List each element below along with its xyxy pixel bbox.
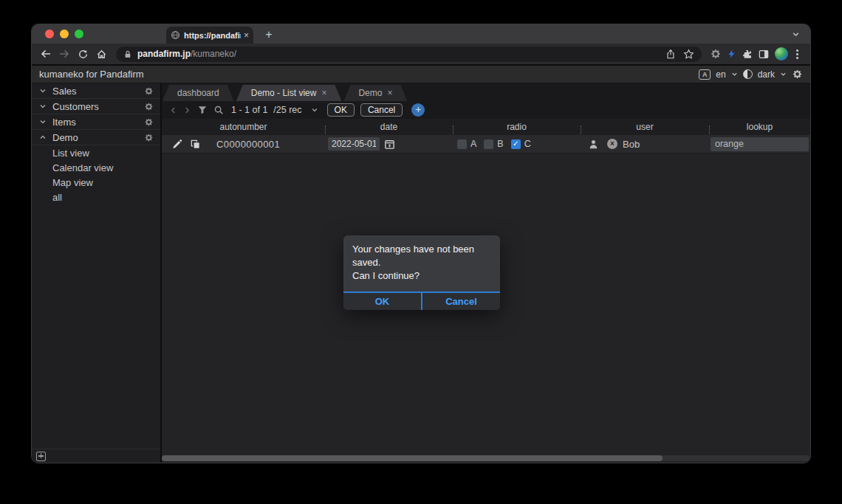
- edit-pencil-icon[interactable]: [171, 139, 182, 150]
- chevron-down-icon: [38, 118, 47, 125]
- lock-icon[interactable]: [123, 49, 132, 59]
- cancel-button[interactable]: Cancel: [360, 103, 403, 117]
- tab-close-icon[interactable]: ×: [321, 85, 326, 101]
- column-header-date[interactable]: date: [325, 122, 453, 132]
- autonumber-value: C0000000001: [216, 139, 280, 150]
- profile-avatar[interactable]: [775, 47, 788, 61]
- sidebar-item-items[interactable]: Items: [32, 114, 160, 130]
- browser-tab-strip: https://pandafirm.jp/kumaneko × +: [32, 24, 810, 44]
- sidebar-item-customers[interactable]: Customers: [32, 99, 160, 114]
- dialog-message-line2: Can I continue?: [352, 269, 491, 283]
- dialog-cancel-button[interactable]: Cancel: [422, 293, 500, 310]
- tab-close-icon[interactable]: ×: [244, 30, 249, 41]
- scrollbar-thumb[interactable]: [162, 455, 663, 461]
- browser-toolbar: pandafirm.jp/kumaneko/: [32, 44, 810, 64]
- column-header-lookup[interactable]: lookup: [709, 122, 810, 132]
- dialog-footer: OK Cancel: [343, 291, 500, 310]
- horizontal-scrollbar[interactable]: [162, 455, 810, 461]
- sidebar-item-sales[interactable]: Sales: [32, 83, 160, 99]
- theme-chevron-icon[interactable]: [780, 71, 787, 77]
- back-icon[interactable]: [39, 48, 52, 60]
- app-title: kumaneko for Pandafirm: [39, 69, 144, 80]
- gear-icon[interactable]: [144, 102, 154, 111]
- user-name: Bob: [623, 139, 640, 150]
- chevron-down-icon: [38, 103, 47, 110]
- dialog-message-line1: Your changes have not been saved.: [352, 243, 491, 269]
- zoom-window-button[interactable]: [75, 30, 83, 38]
- checkbox-a[interactable]: [457, 139, 467, 149]
- share-icon[interactable]: [665, 49, 676, 60]
- user-icon: [588, 139, 599, 150]
- address-bar[interactable]: pandafirm.jp/kumaneko/: [116, 46, 702, 62]
- sidebar-item-calendar-view[interactable]: Calendar view: [32, 160, 160, 175]
- remove-user-icon[interactable]: ×: [607, 139, 617, 149]
- tab-demo-list-view[interactable]: Demo - List view ×: [236, 85, 342, 101]
- lightning-extension-icon[interactable]: [727, 49, 736, 59]
- app-header: kumaneko for Pandafirm A en dark: [32, 66, 810, 83]
- theme-select[interactable]: dark: [758, 69, 775, 80]
- column-header-user[interactable]: user: [581, 122, 709, 132]
- ok-button[interactable]: OK: [327, 103, 355, 117]
- sidebar-spacer: [32, 204, 160, 449]
- browser-tab[interactable]: https://pandafirm.jp/kumaneko ×: [166, 27, 253, 44]
- checkbox-c[interactable]: [511, 139, 521, 149]
- tab-close-icon[interactable]: ×: [387, 85, 392, 101]
- new-tab-button[interactable]: +: [262, 29, 275, 41]
- filter-funnel-icon[interactable]: [197, 105, 208, 115]
- records-per-page: /25 rec: [273, 105, 301, 115]
- gear-icon[interactable]: [144, 133, 154, 142]
- sidebar: Sales Customers Items: [32, 83, 162, 463]
- sidebar-item-list-view[interactable]: List view: [32, 145, 160, 160]
- gear-icon[interactable]: [144, 117, 154, 127]
- checkbox-label: A: [470, 139, 476, 149]
- per-page-chevron-icon[interactable]: [311, 106, 318, 114]
- url-path: /kumaneko/: [191, 49, 236, 59]
- language-chevron-icon[interactable]: [731, 71, 738, 77]
- sidebar-item-label: Demo: [52, 132, 144, 143]
- minimize-window-button[interactable]: [60, 30, 69, 38]
- tab-dashboard[interactable]: dashboard: [162, 85, 234, 101]
- table-row: C0000000001 A: [162, 135, 810, 153]
- settings-gear-icon[interactable]: [792, 69, 803, 80]
- bookmark-star-icon[interactable]: [683, 49, 694, 60]
- dialog-ok-button[interactable]: OK: [343, 293, 422, 310]
- add-app-icon[interactable]: [36, 452, 46, 461]
- add-record-button[interactable]: +: [411, 103, 425, 117]
- checkbox-item-b: B: [484, 139, 503, 149]
- forward-icon[interactable]: [58, 48, 71, 60]
- search-icon[interactable]: [213, 105, 224, 115]
- reload-icon[interactable]: [76, 49, 89, 60]
- calendar-icon[interactable]: [384, 139, 395, 150]
- prev-page-icon[interactable]: [169, 106, 177, 114]
- copy-icon[interactable]: [190, 139, 201, 150]
- date-input[interactable]: [328, 137, 380, 151]
- checkbox-label: B: [497, 139, 503, 149]
- list-toolbar: 1 - 1 of 1 /25 rec OK Cancel +: [162, 101, 810, 119]
- chrome-menu-icon[interactable]: [796, 53, 798, 55]
- home-icon[interactable]: [95, 49, 108, 60]
- checkbox-b[interactable]: [484, 139, 493, 149]
- sidebar-item-label: Customers: [52, 101, 144, 112]
- sidebar-item-label: Sales: [52, 86, 144, 97]
- side-panel-icon[interactable]: [758, 49, 770, 60]
- next-page-icon[interactable]: [183, 106, 191, 114]
- column-header-autonumber[interactable]: autonumber: [162, 122, 325, 132]
- browser-tab-title: https://pandafirm.jp/kumaneko: [184, 31, 241, 40]
- tab-search-chevron-icon[interactable]: [792, 30, 800, 38]
- tab-demo[interactable]: Demo ×: [343, 85, 407, 101]
- checkbox-item-a: A: [457, 139, 476, 149]
- extensions-puzzle-icon[interactable]: [742, 49, 753, 60]
- extension-gear-icon[interactable]: [710, 48, 722, 60]
- close-window-button[interactable]: [45, 30, 54, 38]
- lookup-input[interactable]: [711, 137, 809, 151]
- dialog-body: Your changes have not been saved. Can I …: [343, 235, 500, 291]
- screenshot-stage: https://pandafirm.jp/kumaneko × +: [0, 0, 842, 504]
- column-header-radio[interactable]: radio: [453, 122, 581, 132]
- sidebar-item-demo[interactable]: Demo: [32, 130, 160, 145]
- chevron-up-icon: [38, 134, 47, 141]
- language-select[interactable]: en: [716, 69, 725, 80]
- sidebar-item-map-view[interactable]: Map view: [32, 175, 160, 190]
- globe-icon: [171, 30, 180, 40]
- gear-icon[interactable]: [144, 86, 154, 96]
- sidebar-item-all[interactable]: all: [32, 190, 160, 204]
